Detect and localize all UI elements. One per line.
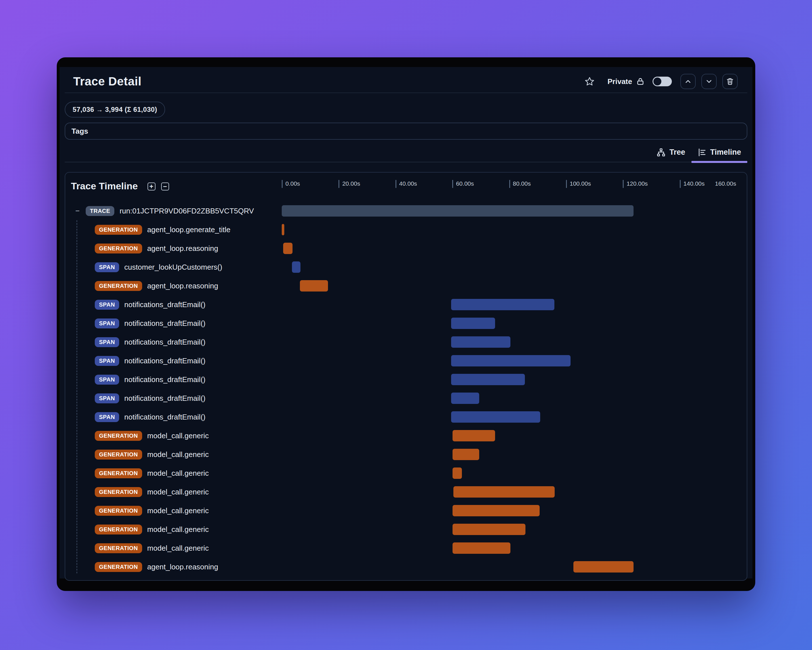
timeline-bar[interactable]	[453, 468, 462, 479]
timeline-bar[interactable]	[453, 449, 479, 460]
axis-tick: 160.00s	[715, 180, 736, 187]
timeline-row[interactable]: GENERATION model_call.generic	[65, 539, 747, 557]
view-tabs: Tree Timeline	[65, 145, 747, 162]
timeline-row[interactable]: SPAN notifications_draftEmail()	[65, 333, 747, 352]
timeline-bar[interactable]	[283, 243, 293, 254]
next-observation-button[interactable]	[701, 74, 717, 89]
timeline-row[interactable]: GENERATION model_call.generic	[65, 464, 747, 483]
observation-type-badge: GENERATION	[95, 562, 142, 572]
desktop-background: Trace Detail Private	[0, 0, 812, 650]
timeline-row[interactable]: SPAN notifications_draftEmail()	[65, 389, 747, 408]
trace-detail-window: Trace Detail Private	[57, 57, 755, 591]
prev-observation-button[interactable]	[680, 74, 696, 89]
timeline-bar[interactable]	[453, 505, 540, 516]
observation-name: notifications_draftEmail()	[124, 356, 205, 365]
timeline-bar[interactable]	[453, 430, 495, 441]
page-title: Trace Detail	[73, 75, 142, 88]
observation-type-badge: SPAN	[95, 337, 119, 347]
observation-name: model_call.generic	[147, 469, 209, 478]
collapse-toggle[interactable]	[74, 206, 81, 216]
timeline-row[interactable]: TRACE run:01JCTPR9VD06FD2ZBB5VCT5QRV	[65, 202, 747, 220]
observation-type-badge: SPAN	[95, 393, 119, 403]
observation-name: run:01JCTPR9VD06FD2ZBB5VCT5QRV	[119, 206, 253, 216]
tags-input[interactable]: Tags	[65, 122, 747, 140]
header-controls: Private	[584, 74, 738, 89]
timeline-row[interactable]: SPAN notifications_draftEmail()	[65, 314, 747, 333]
observation-name: notifications_draftEmail()	[124, 375, 205, 384]
observation-name: model_call.generic	[147, 488, 209, 496]
timeline-row[interactable]: SPAN notifications_draftEmail()	[65, 370, 747, 389]
observation-name: model_call.generic	[147, 506, 209, 515]
token-usage-badge: 57,036 → 3,994 (Σ 61,030)	[65, 102, 165, 118]
timeline-row[interactable]: GENERATION model_call.generic	[65, 501, 747, 520]
observation-name: model_call.generic	[147, 525, 209, 534]
chevron-up-icon	[684, 78, 692, 86]
timeline-bar[interactable]	[300, 280, 328, 292]
axis-tick: 60.00s	[452, 180, 474, 188]
timeline-row[interactable]: GENERATION model_call.generic	[65, 445, 747, 464]
nav-buttons	[680, 74, 738, 89]
privacy-toggle[interactable]	[653, 76, 672, 86]
timeline-bar[interactable]	[453, 486, 555, 497]
timeline-row[interactable]: GENERATION model_call.generic	[65, 483, 747, 501]
axis-tick: 120.00s	[623, 180, 648, 188]
observation-name: notifications_draftEmail()	[124, 413, 205, 422]
observation-name: notifications_draftEmail()	[124, 338, 205, 347]
app-header: Trace Detail Private	[65, 67, 747, 93]
axis-tick: 20.00s	[339, 180, 360, 188]
timeline-bar[interactable]	[453, 543, 510, 554]
observation-type-badge: GENERATION	[95, 487, 142, 497]
timeline-row[interactable]: SPAN customer_lookUpCustomers()	[65, 258, 747, 277]
axis-tick: 100.00s	[566, 180, 591, 188]
chevron-down-icon	[705, 78, 713, 86]
tab-tree[interactable]: Tree	[650, 148, 691, 162]
timeline-bar[interactable]	[282, 205, 633, 217]
observation-name: agent_loop.generate_title	[147, 225, 230, 234]
axis-tick: 40.00s	[395, 180, 417, 188]
timeline-row[interactable]: GENERATION model_call.generic	[65, 426, 747, 445]
timeline-bar[interactable]	[451, 355, 571, 366]
timeline-row[interactable]: GENERATION agent_loop.reasoning	[65, 557, 747, 576]
timeline-icon	[698, 148, 706, 157]
timeline-bar[interactable]	[292, 262, 301, 273]
timeline-row[interactable]: SPAN notifications_draftEmail()	[65, 352, 747, 370]
timeline-row[interactable]: GENERATION agent_loop.generate_title	[65, 220, 747, 239]
timeline-bar[interactable]	[451, 393, 479, 404]
timeline-bar[interactable]	[451, 411, 540, 423]
tab-timeline[interactable]: Timeline	[691, 148, 747, 162]
timeline-row[interactable]: GENERATION model_call.generic	[65, 520, 747, 539]
timeline-row[interactable]: SPAN notifications_draftEmail()	[65, 408, 747, 426]
observation-type-badge: GENERATION	[95, 431, 142, 441]
observation-type-badge: SPAN	[95, 375, 119, 385]
observation-type-badge: SPAN	[95, 412, 119, 422]
timeline-bar[interactable]	[451, 336, 510, 348]
observation-type-badge: GENERATION	[95, 525, 142, 534]
timeline-bar[interactable]	[453, 524, 525, 535]
observation-type-badge: GENERATION	[95, 243, 142, 254]
timeline-bar[interactable]	[451, 318, 495, 329]
observation-type-badge: SPAN	[95, 262, 119, 272]
delete-trace-button[interactable]	[722, 74, 738, 89]
observation-name: agent_loop.reasoning	[147, 563, 218, 571]
timeline-row[interactable]: GENERATION agent_loop.reasoning	[65, 239, 747, 258]
observation-name: notifications_draftEmail()	[124, 319, 205, 328]
timeline-rows: TRACE run:01JCTPR9VD06FD2ZBB5VCT5QRV GEN…	[65, 202, 747, 576]
timeline-bar[interactable]	[282, 224, 284, 235]
axis-tick: 0.00s	[282, 180, 300, 188]
timeline-bar[interactable]	[451, 299, 554, 310]
privacy-control[interactable]: Private	[607, 77, 645, 86]
timeline-bar[interactable]	[573, 561, 633, 572]
observation-name: notifications_draftEmail()	[124, 394, 205, 403]
observation-name: model_call.generic	[147, 450, 209, 459]
timeline-row[interactable]: GENERATION agent_loop.reasoning	[65, 277, 747, 295]
observation-type-badge: GENERATION	[95, 506, 142, 516]
tags-label: Tags	[72, 127, 88, 136]
timeline-row[interactable]: SPAN notifications_draftEmail()	[65, 295, 747, 314]
star-icon[interactable]	[584, 76, 595, 87]
timeline-bar[interactable]	[451, 374, 525, 385]
observation-type-badge: SPAN	[95, 300, 119, 310]
observation-type-badge: TRACE	[86, 206, 114, 216]
observation-type-badge: GENERATION	[95, 543, 142, 553]
observation-type-badge: SPAN	[95, 356, 119, 366]
time-axis: 0.00s20.00s40.00s60.00s80.00s100.00s120.…	[65, 180, 747, 193]
